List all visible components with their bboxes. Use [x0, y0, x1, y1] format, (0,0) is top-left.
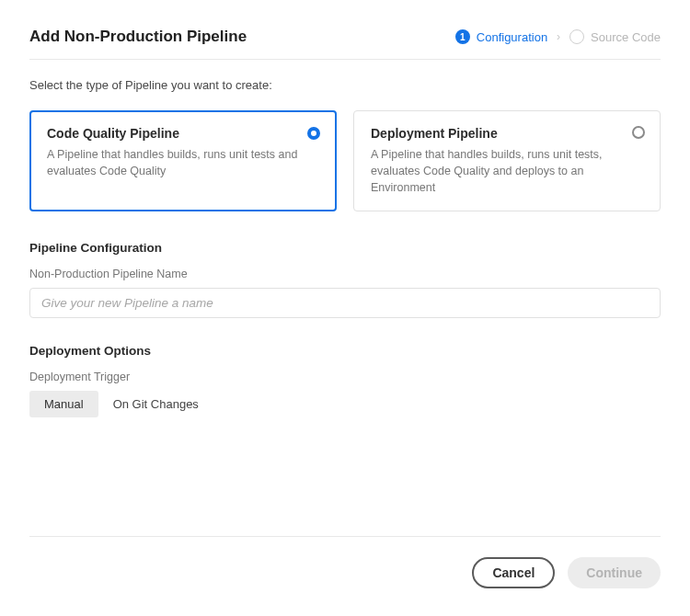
stepper: 1 Configuration › Source Code	[455, 29, 661, 44]
section-deployment-options: Deployment Options	[29, 344, 661, 358]
card-title: Code Quality Pipeline	[47, 126, 319, 141]
pipeline-type-deployment[interactable]: Deployment Pipeline A Pipeline that hand…	[353, 110, 661, 211]
cancel-button[interactable]: Cancel	[472, 557, 555, 588]
card-title: Deployment Pipeline	[371, 126, 643, 141]
trigger-option-git-changes[interactable]: On Git Changes	[98, 391, 213, 417]
step-configuration: 1 Configuration	[455, 29, 547, 44]
deployment-trigger-label: Deployment Trigger	[29, 371, 661, 383]
pipeline-name-label: Non-Production Pipeline Name	[29, 268, 661, 280]
step-label-configuration: Configuration	[477, 30, 547, 44]
chevron-right-icon: ›	[557, 30, 560, 43]
page-title: Add Non-Production Pipeline	[29, 28, 247, 46]
step-circle-1: 1	[455, 29, 470, 44]
continue-button[interactable]: Continue	[568, 557, 661, 588]
radio-selected-icon	[307, 127, 320, 140]
pipeline-name-input[interactable]	[29, 288, 661, 318]
trigger-option-manual[interactable]: Manual	[29, 391, 98, 417]
card-desc: A Pipeline that handles builds, runs uni…	[47, 146, 319, 179]
deployment-trigger-toggle: Manual On Git Changes	[29, 391, 661, 417]
section-pipeline-configuration: Pipeline Configuration	[29, 241, 661, 255]
radio-unselected-icon	[632, 126, 645, 139]
card-desc: A Pipeline that handles builds, runs uni…	[371, 146, 643, 196]
pipeline-type-code-quality[interactable]: Code Quality Pipeline A Pipeline that ha…	[29, 110, 337, 211]
step-label-source-code: Source Code	[591, 30, 661, 44]
intro-text: Select the type of Pipeline you want to …	[29, 78, 661, 92]
step-source-code: Source Code	[569, 29, 661, 44]
step-circle-2	[569, 29, 584, 44]
